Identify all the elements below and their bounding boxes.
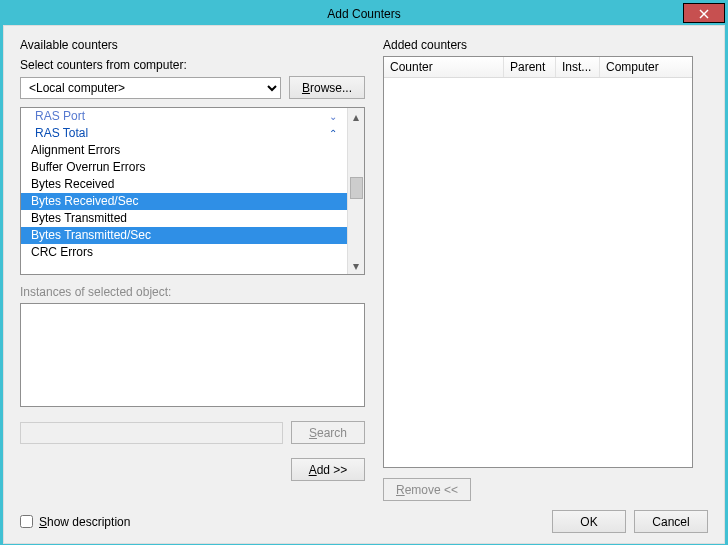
available-counters-panel: Available counters Select counters from …: [20, 38, 365, 501]
remove-button: Remove <<: [383, 478, 471, 501]
add-button[interactable]: Add >>: [291, 458, 365, 481]
added-counters-panel: Added counters Counter Parent Inst... Co…: [383, 38, 693, 501]
counter-item-bytes-transmitted-sec[interactable]: Bytes Transmitted/Sec: [21, 227, 347, 244]
col-parent[interactable]: Parent: [504, 57, 556, 77]
ok-button[interactable]: OK: [552, 510, 626, 533]
show-description-row[interactable]: Show description: [20, 515, 130, 529]
chevron-down-icon: ⌄: [329, 108, 341, 125]
added-table-header: Counter Parent Inst... Computer: [384, 57, 692, 78]
counter-group-ras-total[interactable]: RAS Total ⌃: [21, 125, 347, 142]
counter-item-crc-errors[interactable]: CRC Errors: [21, 244, 347, 261]
show-description-label: Show description: [39, 515, 130, 529]
titlebar[interactable]: Add Counters: [3, 3, 725, 25]
counters-list[interactable]: RAS Port ⌄ RAS Total ⌃ Alignment Errors …: [20, 107, 365, 275]
show-description-checkbox[interactable]: [20, 515, 33, 528]
chevron-up-icon: ⌃: [329, 125, 341, 142]
counters-list-items: RAS Port ⌄ RAS Total ⌃ Alignment Errors …: [21, 108, 347, 274]
counters-scrollbar[interactable]: ▴ ▾: [347, 108, 364, 274]
close-icon: [699, 6, 709, 20]
counter-item-bytes-transmitted[interactable]: Bytes Transmitted: [21, 210, 347, 227]
col-instance[interactable]: Inst...: [556, 57, 600, 77]
computer-combo[interactable]: <Local computer>: [20, 77, 281, 99]
cancel-button[interactable]: Cancel: [634, 510, 708, 533]
scroll-thumb[interactable]: [350, 177, 363, 199]
counter-item-bytes-received[interactable]: Bytes Received: [21, 176, 347, 193]
dialog-client: Available counters Select counters from …: [3, 25, 725, 544]
added-counters-list[interactable]: Counter Parent Inst... Computer: [383, 56, 693, 468]
search-input: [20, 422, 283, 444]
window-chrome: Add Counters Available counters Select c…: [0, 0, 728, 545]
close-button[interactable]: [683, 3, 725, 23]
counter-item-alignment-errors[interactable]: Alignment Errors: [21, 142, 347, 159]
browse-button[interactable]: Browse...: [289, 76, 365, 99]
available-counters-label: Available counters: [20, 38, 365, 52]
counter-group-ras-port[interactable]: RAS Port ⌄: [21, 108, 347, 125]
col-counter[interactable]: Counter: [384, 57, 504, 77]
scroll-up-icon[interactable]: ▴: [350, 110, 363, 123]
col-computer[interactable]: Computer: [600, 57, 692, 77]
select-computer-label: Select counters from computer:: [20, 58, 365, 72]
counter-item-buffer-overrun[interactable]: Buffer Overrun Errors: [21, 159, 347, 176]
instances-label: Instances of selected object:: [20, 285, 365, 299]
instances-list[interactable]: [20, 303, 365, 407]
search-button: Search: [291, 421, 365, 444]
added-counters-label: Added counters: [383, 38, 693, 52]
counter-item-bytes-received-sec[interactable]: Bytes Received/Sec: [21, 193, 347, 210]
dialog-footer: Show description OK Cancel: [20, 510, 708, 533]
added-table-body: [384, 78, 692, 467]
window-title: Add Counters: [327, 7, 400, 21]
scroll-down-icon[interactable]: ▾: [350, 259, 363, 272]
